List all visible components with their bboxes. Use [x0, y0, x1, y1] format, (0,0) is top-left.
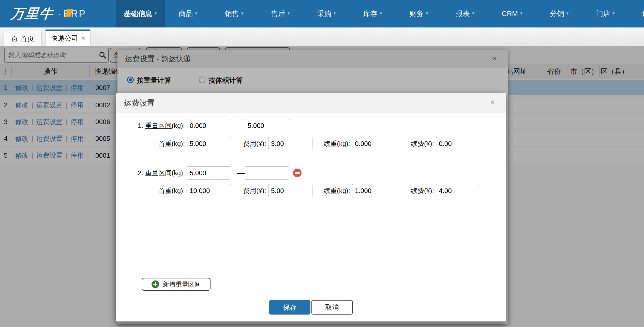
chevron-down-icon: ▾: [520, 11, 522, 16]
nav-item-purchase[interactable]: 采购▾: [303, 0, 350, 27]
cont-weight-1-label: 续重(kg):: [299, 137, 350, 150]
first-weight-2-label: 首重(kg):: [126, 184, 185, 197]
nav-item-store[interactable]: 门店▾: [582, 0, 628, 27]
range-dash: —: [237, 119, 245, 132]
range-2-label: 2. 重量区间(kg):: [116, 166, 185, 180]
nav-item-basic-info[interactable]: 基础信息▾: [116, 0, 165, 27]
app-logo: 万里牛 · ERP: [11, 0, 86, 27]
nav-item-aftersales[interactable]: 售后▾: [257, 0, 304, 27]
chevron-down-icon: ▾: [334, 11, 336, 16]
nav-item-sales[interactable]: 销售▾: [211, 0, 257, 27]
cont-fee-2-label: 续费(¥):: [383, 184, 434, 197]
app-window: 万里牛 · ERP 基础信息▾ 商品▾ 销售▾ 售后▾ 采购▾ 库存▾ 财务▾ …: [0, 0, 644, 327]
chevron-down-icon: ▾: [155, 11, 157, 16]
tab-express-company[interactable]: 快递公司 ×: [45, 29, 91, 46]
nav-item-reports[interactable]: 报表▾: [442, 0, 488, 27]
range-1-to-input[interactable]: [245, 119, 289, 132]
remove-range-icon[interactable]: [293, 169, 302, 177]
nav-menu: 基础信息▾ 商品▾ 销售▾ 售后▾ 采购▾ 库存▾ 财务▾ 报表▾ CRM▾ 分…: [116, 0, 644, 27]
nav-item-settings[interactable]: 设置▾: [628, 0, 644, 27]
dialog-title: 运费设置: [124, 93, 155, 113]
logo-text: 万里牛: [10, 5, 54, 23]
fee-2-label: 费用(¥):: [213, 184, 266, 197]
chevron-down-icon: ▾: [566, 11, 569, 16]
nav-item-goods[interactable]: 商品▾: [165, 0, 211, 27]
chevron-down-icon: ▾: [195, 11, 198, 16]
nav-item-distribution[interactable]: 分销▾: [536, 0, 582, 27]
chevron-down-icon: ▾: [380, 11, 382, 16]
cont-weight-2-label: 续重(kg):: [299, 184, 350, 197]
range-1-from-input[interactable]: [187, 119, 231, 132]
fee-1-label: 费用(¥):: [213, 137, 266, 150]
range-dash: —: [237, 166, 245, 180]
top-nav: 万里牛 · ERP 基础信息▾ 商品▾ 销售▾ 售后▾ 采购▾ 库存▾ 财务▾ …: [0, 0, 644, 27]
logo-dot: ·: [57, 8, 61, 20]
freight-range-dialog: 运费设置 × 1. 重量区间(kg): — 首重(kg): 费用(¥): 续重(…: [116, 93, 506, 322]
range-2-from-input[interactable]: [187, 166, 231, 180]
add-weight-range-button[interactable]: 新增重量区间: [142, 278, 211, 291]
tab-home[interactable]: 首页: [4, 31, 42, 46]
home-icon: [11, 35, 18, 42]
range-1-label: 1. 重量区间(kg):: [116, 119, 185, 132]
nav-item-crm[interactable]: CRM▾: [488, 0, 536, 27]
cont-fee-2-input[interactable]: [436, 184, 480, 197]
chevron-down-icon: ▾: [612, 11, 615, 16]
chevron-down-icon: ▾: [241, 11, 244, 16]
plus-icon: [152, 280, 159, 288]
cont-fee-1-input[interactable]: [436, 137, 480, 150]
nav-item-finance[interactable]: 财务▾: [396, 0, 442, 27]
dialog-header: 运费设置 ×: [116, 93, 506, 113]
nav-item-inventory[interactable]: 库存▾: [350, 0, 396, 27]
tab-bar: 首页 快递公司 ×: [0, 27, 644, 46]
cancel-button[interactable]: 取消: [311, 300, 353, 315]
first-weight-1-label: 首重(kg):: [126, 137, 185, 150]
save-button[interactable]: 保存: [269, 300, 310, 315]
range-2-to-input[interactable]: [245, 166, 289, 180]
close-icon[interactable]: ×: [487, 97, 498, 108]
chevron-down-icon: ▾: [472, 11, 474, 16]
cont-fee-1-label: 续费(¥):: [383, 137, 434, 150]
chevron-down-icon: ▾: [288, 11, 290, 16]
close-icon[interactable]: ×: [81, 34, 85, 42]
chevron-down-icon: ▾: [426, 11, 428, 16]
